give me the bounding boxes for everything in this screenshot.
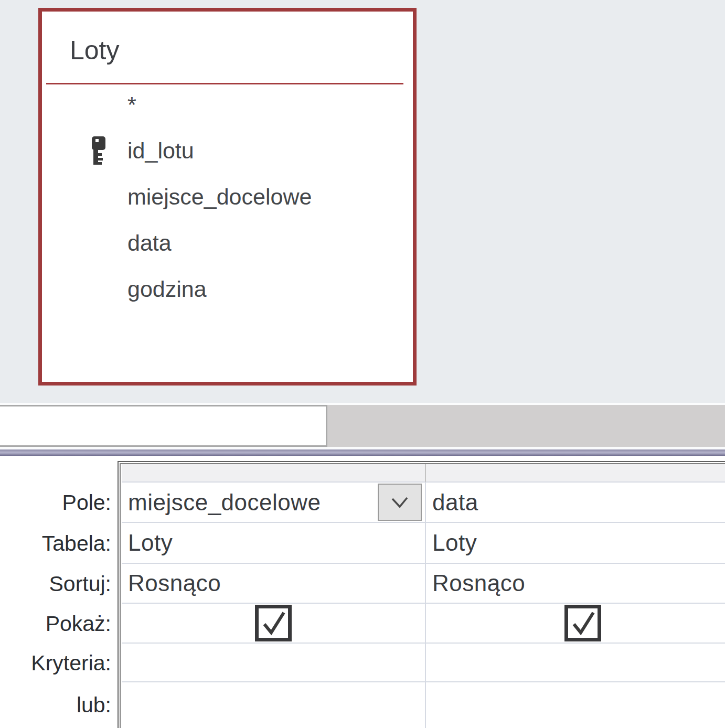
cell-pokaz-col2 [425,604,725,644]
row-label-tabela: Tabela: [0,523,114,564]
grid-row-pokaz [122,604,725,644]
grid-row-labels: Pole: Tabela: Sortuj: Pokaż: Kryteria: l… [0,483,114,728]
cell-value: data [432,489,478,516]
column-selector-row [122,464,725,483]
show-checkbox[interactable] [564,605,601,641]
field-row-godzina[interactable]: godzina [42,266,413,312]
primary-key-icon [92,136,106,165]
field-label: * [127,92,136,117]
cell-value: miejsce_docelowe [128,489,321,516]
row-label-kryteria: Kryteria: [0,644,114,682]
row-label-sortuj: Sortuj: [0,564,114,604]
grid-border [118,461,119,728]
cell-value: Loty [432,530,477,556]
grid-row-kryteria [122,644,725,682]
grid-border [118,461,725,462]
field-label: godzina [127,276,207,302]
field-row-data[interactable]: data [42,220,413,266]
grid-content: miejsce_docelowe data Loty [122,464,725,728]
pane-splitter[interactable] [0,449,725,456]
field-row-miejsce-docelowe[interactable]: miejsce_docelowe [42,174,413,220]
cell-pole-col2[interactable]: data [425,483,725,523]
access-query-design-window: Loty * id_lotu [0,0,725,728]
field-label: miejsce_docelowe [127,184,312,210]
cell-tabela-col1[interactable]: Loty [122,523,425,564]
row-label-pokaz: Pokaż: [0,604,114,644]
mid-band [0,405,725,447]
cell-pokaz-col1 [122,604,425,644]
field-row-id-lotu[interactable]: id_lotu [42,127,413,174]
cell-kryteria-col1[interactable] [122,644,425,682]
grid-row-tabela: Loty Loty [122,523,725,564]
grid-row-sortuj: Rosnąco Rosnąco [122,564,725,604]
cell-value: Rosnąco [128,570,221,596]
show-checkbox[interactable] [255,605,292,641]
grid-row-pole: miejsce_docelowe data [122,483,725,523]
qbe-pane: Pole: Tabela: Sortuj: Pokaż: Kryteria: l… [0,456,725,728]
grid-row-lub [122,682,725,728]
column-selector-2[interactable] [425,464,725,483]
mid-white-panel [0,405,327,447]
row-label-lub: lub: [0,682,114,728]
field-row-star[interactable]: * [42,81,413,127]
cell-tabela-col2[interactable]: Loty [425,523,725,564]
checkmark-icon [568,608,598,638]
field-label: data [127,230,172,256]
cell-kryteria-col2[interactable] [425,644,725,682]
column-selector-1[interactable] [122,464,425,483]
field-label: id_lotu [127,138,194,164]
cell-lub-col2[interactable] [425,682,725,728]
field-list: * id_lotu miejsce_docelowe [42,81,413,312]
field-dropdown-button[interactable] [378,484,422,521]
cell-lub-col1[interactable] [122,682,425,728]
query-design-grid: miejsce_docelowe data Loty [118,461,725,728]
checkmark-icon [259,608,288,638]
grid-border [120,463,121,728]
table-card-title[interactable]: Loty [70,35,120,66]
diagram-pane: Loty * id_lotu [0,0,725,403]
table-card-loty[interactable]: Loty * id_lotu [38,8,417,386]
cell-sortuj-col1[interactable]: Rosnąco [122,564,425,604]
cell-value: Loty [128,530,173,556]
cell-pole-col1[interactable]: miejsce_docelowe [122,483,425,523]
chevron-down-icon [388,494,411,511]
row-label-pole: Pole: [0,483,114,523]
cell-sortuj-col2[interactable]: Rosnąco [425,564,725,604]
cell-value: Rosnąco [432,570,525,596]
